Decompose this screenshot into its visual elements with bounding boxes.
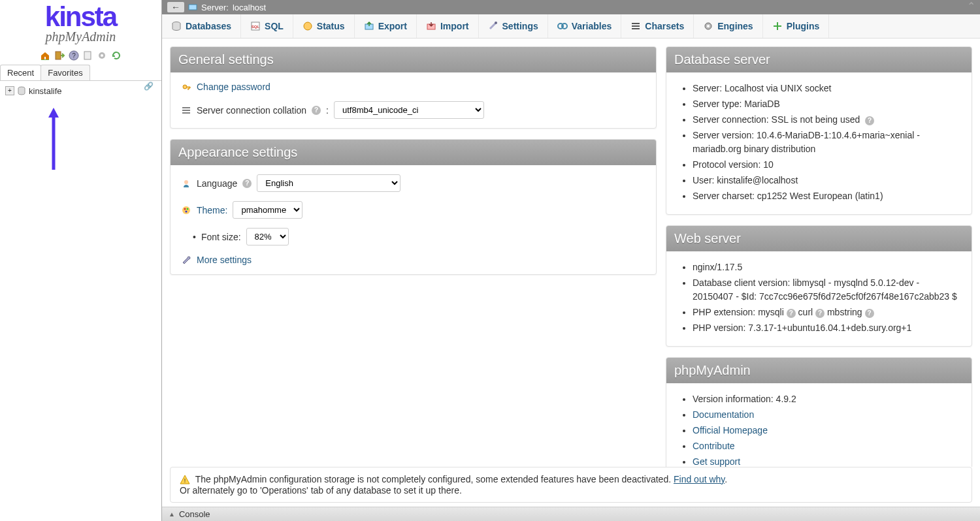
panel-title-pma: phpMyAdmin	[666, 358, 972, 383]
svg-rect-8	[189, 5, 197, 10]
info-item: Server charset: cp1252 West European (la…	[693, 189, 961, 203]
info-item: Server type: MariaDB	[693, 97, 961, 111]
nav-export[interactable]: Export	[355, 14, 417, 38]
panel-web-server: Web server nginx/1.17.5 Database client …	[666, 225, 972, 347]
font-size-select[interactable]: 82%	[246, 228, 289, 245]
logo-main: kinsta	[7, 3, 155, 31]
nav-status[interactable]: Status	[293, 14, 355, 38]
status-icon	[302, 21, 313, 31]
theme-label[interactable]: Theme:	[197, 205, 227, 215]
language-icon	[181, 178, 191, 189]
nav-plugins[interactable]: Plugins	[763, 14, 830, 38]
database-icon	[17, 86, 26, 95]
help-icon[interactable]: ?	[312, 106, 321, 115]
notice-text: The phpMyAdmin configuration storage is …	[195, 474, 674, 484]
home-icon[interactable]	[40, 50, 50, 61]
nav-variables[interactable]: Variables	[548, 14, 622, 38]
tab-recent[interactable]: Recent	[0, 65, 41, 80]
breadcrumb: ← Server: localhost	[162, 0, 980, 14]
nav-databases[interactable]: Databases	[162, 14, 241, 38]
svg-rect-0	[56, 52, 61, 59]
svg-point-27	[184, 180, 188, 184]
svg-point-31	[186, 210, 188, 212]
engines-icon	[703, 21, 713, 31]
annotation-arrow	[47, 108, 60, 170]
info-item: PHP version: 7.3.17-1+ubuntu16.04.1+deb.…	[693, 321, 961, 335]
nav-sql[interactable]: SQLSQL	[241, 14, 293, 38]
panel-title-webserver: Web server	[666, 226, 972, 251]
db-tree: + kinstalife	[0, 81, 161, 101]
collation-select[interactable]: utf8mb4_unicode_ci	[334, 101, 484, 119]
pma-link-contribute[interactable]: Contribute	[693, 441, 735, 451]
sql-docs-icon[interactable]	[82, 50, 93, 61]
console-bar[interactable]: ▲ Console	[162, 507, 980, 521]
password-icon	[181, 82, 191, 92]
console-label: Console	[179, 509, 210, 519]
svg-point-12	[304, 22, 312, 30]
language-label: Language	[197, 178, 237, 189]
notice-link[interactable]: Find out why	[674, 474, 725, 484]
svg-point-29	[184, 208, 186, 210]
sidebar-tabs: Recent Favorites	[0, 65, 161, 81]
pma-info-list: Version information: 4.9.2 Documentation…	[677, 392, 961, 467]
breadcrumb-server-name: localhost	[233, 3, 266, 12]
nav-engines[interactable]: Engines	[694, 14, 762, 38]
webserver-info-list: nginx/1.17.5 Database client version: li…	[677, 260, 961, 335]
svg-point-5	[101, 54, 103, 57]
back-button[interactable]: ←	[167, 2, 184, 12]
warning-icon: !	[180, 475, 190, 485]
collapse-handle-icon[interactable]: ⌃	[967, 0, 977, 13]
font-size-label: Font size:	[201, 232, 241, 242]
plugins-icon	[772, 21, 783, 31]
nav-import[interactable]: Import	[417, 14, 479, 38]
tab-favorites[interactable]: Favorites	[41, 65, 90, 80]
nav-settings[interactable]: Settings	[479, 14, 548, 38]
theme-select[interactable]: pmahomme	[233, 201, 302, 219]
nav-icons-row: ?	[0, 44, 161, 65]
logout-icon[interactable]	[54, 50, 65, 61]
reload-icon[interactable]	[111, 50, 122, 61]
pma-link-support[interactable]: Get support	[693, 456, 740, 467]
svg-text:!: !	[184, 477, 186, 484]
charsets-icon	[630, 21, 641, 31]
help-icon[interactable]: ?	[815, 309, 825, 318]
svg-point-28	[182, 206, 190, 214]
pma-link-homepage[interactable]: Official Homepage	[693, 425, 768, 435]
console-toggle-icon[interactable]: ▲	[169, 511, 175, 518]
svg-text:SQL: SQL	[252, 25, 260, 29]
help-icon[interactable]: ?	[787, 309, 796, 318]
collation-label: Server connection collation	[197, 105, 306, 116]
main-area: ⌃ ← Server: localhost Databases SQLSQL S…	[162, 0, 980, 521]
language-select[interactable]: English	[257, 174, 400, 192]
link-icon[interactable]: 🔗	[144, 82, 154, 91]
expand-icon[interactable]: +	[5, 86, 14, 95]
info-item: Server: Localhost via UNIX socket	[693, 82, 961, 95]
nav-charsets[interactable]: Charsets	[621, 14, 694, 38]
top-navigation: Databases SQLSQL Status Export Import Se…	[162, 14, 980, 39]
docs-icon[interactable]: ?	[69, 50, 79, 61]
svg-point-23	[183, 85, 187, 89]
info-item: Protocol version: 10	[693, 158, 961, 172]
help-icon[interactable]: ?	[865, 116, 874, 125]
pma-link-documentation[interactable]: Documentation	[693, 409, 754, 420]
help-icon[interactable]: ?	[242, 179, 252, 188]
more-settings-link[interactable]: More settings	[197, 255, 252, 265]
db-tree-item[interactable]: + kinstalife	[5, 85, 156, 97]
info-item: PHP extension: mysqli ? curl ? mbstring …	[693, 306, 961, 319]
svg-text:?: ?	[72, 52, 76, 59]
panel-database-server: Database server Server: Localhost via UN…	[666, 46, 972, 215]
change-password-link[interactable]: Change password	[197, 82, 270, 92]
svg-point-30	[187, 208, 189, 210]
content-area: General settings Change password Server …	[162, 39, 980, 467]
sidebar: kinsta phpMyAdmin ? Recent Favorites 🔗 +…	[0, 0, 162, 521]
settings-icon[interactable]	[97, 50, 107, 61]
panel-phpmyadmin: phpMyAdmin Version information: 4.9.2 Do…	[666, 357, 972, 467]
info-item: nginx/1.17.5	[693, 260, 961, 274]
info-item: Server version: 10.4.6-MariaDB-1:10.4.6+…	[693, 129, 961, 156]
panel-title-general: General settings	[171, 47, 656, 72]
help-icon[interactable]: ?	[865, 309, 874, 318]
server-icon	[188, 3, 197, 12]
sql-icon: SQL	[250, 21, 261, 31]
databases-icon	[171, 21, 182, 31]
panel-title-dbserver: Database server	[666, 47, 972, 72]
